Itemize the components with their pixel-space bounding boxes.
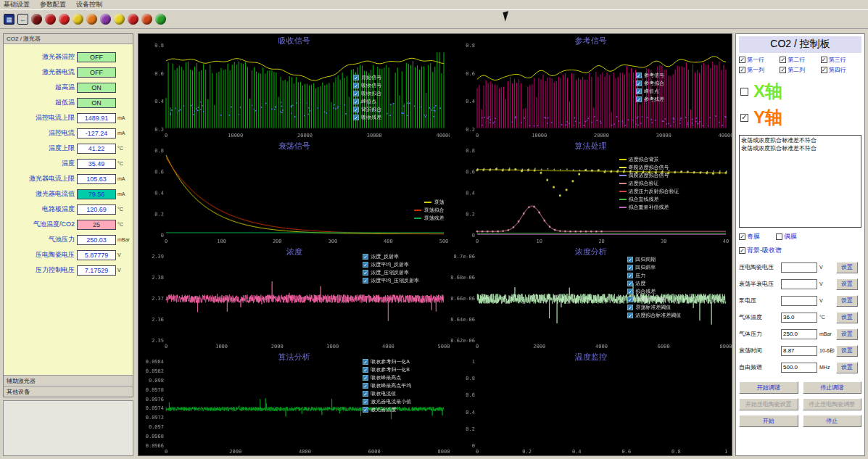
set-button[interactable]: 设置: [836, 295, 858, 307]
legend-checkbox-icon[interactable]: ✓: [627, 297, 633, 302]
legend-checkbox-icon[interactable]: ✓: [363, 375, 368, 381]
red-ball-icon-1[interactable]: [45, 14, 56, 25]
legend-item[interactable]: ✓吸收信号: [353, 82, 381, 89]
field-input[interactable]: [781, 313, 817, 323]
legend-item[interactable]: ✓拟合残差: [627, 288, 681, 295]
legend-checkbox-icon[interactable]: ✓: [636, 88, 642, 94]
start-button[interactable]: 开始: [739, 415, 798, 427]
legend-item[interactable]: ✓峰值点: [353, 98, 381, 105]
legend-item[interactable]: ✓吸收峰最高点: [363, 374, 411, 381]
field-input[interactable]: [781, 363, 817, 373]
set-button[interactable]: 设置: [836, 278, 858, 290]
field-input[interactable]: [781, 329, 817, 339]
legend-checkbox-icon[interactable]: ✓: [636, 80, 642, 86]
legend-item[interactable]: ✓回归斜率: [627, 264, 681, 271]
section-other-devices[interactable]: 其他设备: [4, 386, 133, 397]
legend-checkbox-icon[interactable]: ✓: [363, 254, 368, 260]
legend-item[interactable]: ✓参考残差: [636, 96, 664, 103]
legend-item[interactable]: ✓激光器电流最小值: [363, 398, 411, 405]
legend-checkbox-icon[interactable]: ✓: [363, 399, 368, 405]
legend-checkbox-icon[interactable]: ✓: [353, 75, 359, 80]
legend-checkbox-icon[interactable]: ✓: [636, 96, 642, 102]
menu-basic-settings[interactable]: 基础设置: [4, 0, 30, 9]
legend-item[interactable]: ✓吸收拟合: [353, 90, 381, 97]
menu-device-control[interactable]: 设备控制: [76, 0, 102, 9]
y-axis-checkbox[interactable]: ✓: [740, 114, 748, 122]
set-button[interactable]: 设置: [836, 362, 858, 373]
legend-item[interactable]: 浓度拟合背景: [619, 156, 679, 163]
field-input[interactable]: [781, 346, 817, 356]
legend-checkbox-icon[interactable]: ✓: [353, 107, 359, 112]
grid-line-checkbox[interactable]: ✓第三行: [821, 56, 861, 64]
legend-item[interactable]: 奇膜浓度拟合信号: [619, 164, 679, 171]
legend-item[interactable]: ✓浓度平均_反射率: [363, 261, 419, 268]
grid-line-checkbox[interactable]: ✓第二行: [780, 56, 820, 64]
mode-checkbox[interactable]: ✓背景-吸收谱: [739, 246, 782, 255]
legend-item[interactable]: ✓压力: [627, 272, 681, 279]
legend-checkbox-icon[interactable]: ✓: [627, 265, 633, 270]
x-axis-checkbox[interactable]: [740, 88, 748, 96]
start-tuning-button[interactable]: 开始调谐: [739, 381, 798, 394]
section-auxiliary-laser[interactable]: 辅助激光器: [4, 375, 133, 386]
legend-checkbox-icon[interactable]: ✓: [627, 273, 633, 278]
legend-checkbox-icon[interactable]: ✓: [363, 278, 368, 284]
set-button[interactable]: 设置: [836, 345, 858, 357]
app-grid-icon[interactable]: ▦: [4, 14, 15, 25]
set-button[interactable]: 设置: [836, 328, 858, 340]
legend-item[interactable]: 浓度压力反射拟合验证: [619, 188, 679, 195]
grid-line-checkbox[interactable]: ✓第一行: [739, 56, 780, 64]
back-arrow-icon[interactable]: ←: [17, 14, 28, 25]
grid-line-checkbox[interactable]: ✓第四行: [821, 66, 861, 74]
legend-checkbox-icon[interactable]: ✓: [353, 115, 359, 120]
legend-item[interactable]: ✓吸收残差: [353, 114, 381, 121]
mode-checkbox[interactable]: 偶膜: [776, 232, 797, 241]
legend-item[interactable]: 衰荡: [424, 199, 444, 206]
legend-item[interactable]: ✓吸收参考归一化B: [363, 366, 411, 373]
field-input[interactable]: [781, 262, 817, 273]
legend-item[interactable]: ✓参考信号: [636, 72, 664, 79]
status-message-list[interactable]: 衰荡或浓度拟合标准差不符合衰荡或浓度拟合标准差不符合: [739, 135, 861, 228]
stop-piezo-adjust-button[interactable]: 停止压电陶瓷调整: [803, 398, 862, 410]
mode-checkbox[interactable]: ✓奇膜: [739, 232, 760, 241]
start-piezo-setting-button[interactable]: 开始压电陶瓷设置: [739, 398, 798, 410]
legend-checkbox-icon[interactable]: ✓: [636, 73, 642, 78]
legend-item[interactable]: ✓激光器温度: [363, 406, 411, 413]
legend-item[interactable]: ✓峰值点: [636, 88, 664, 95]
legend-item[interactable]: ✓衰荡标准差阈值: [627, 304, 681, 311]
legend-item[interactable]: ✓参考拟合: [636, 80, 664, 87]
stop-tuning-button[interactable]: 停止调谐: [803, 381, 862, 394]
legend-item[interactable]: ✓浓度_反射率: [363, 253, 419, 260]
legend-item[interactable]: 拟合重量补偿残差: [619, 204, 679, 211]
legend-checkbox-icon[interactable]: ✓: [363, 391, 368, 397]
legend-checkbox-icon[interactable]: ✓: [363, 262, 368, 268]
set-button[interactable]: 设置: [836, 262, 858, 273]
field-input[interactable]: [781, 296, 817, 306]
legend-item[interactable]: ✓浓度平均_压缩反射率: [363, 277, 419, 284]
purple-ball-icon[interactable]: [100, 14, 111, 25]
red-ball-icon-2[interactable]: [59, 14, 70, 25]
legend-item[interactable]: ✓吸收电流值: [363, 390, 411, 397]
legend-checkbox-icon[interactable]: ✓: [627, 289, 633, 294]
field-input[interactable]: [781, 279, 817, 289]
legend-checkbox-icon[interactable]: ✓: [627, 257, 633, 262]
legend-item[interactable]: ✓浓度: [627, 280, 681, 287]
grid-line-checkbox[interactable]: ✓第二列: [780, 66, 820, 74]
legend-item[interactable]: ✓吸收参考归一化A: [363, 358, 411, 365]
legend-item[interactable]: 拟合直线残差: [619, 196, 679, 203]
green-ball-icon[interactable]: [155, 14, 166, 25]
legend-checkbox-icon[interactable]: ✓: [353, 83, 359, 88]
legend-item[interactable]: 浓度拟合验证: [619, 180, 679, 187]
stop-button[interactable]: 停止: [803, 415, 862, 427]
legend-item[interactable]: ✓吸收峰最高点平均: [363, 382, 411, 389]
legend-checkbox-icon[interactable]: ✓: [363, 367, 368, 373]
red-yellow-ball-icon[interactable]: [141, 14, 152, 25]
legend-item[interactable]: ✓原始信号: [353, 74, 381, 81]
grid-line-checkbox[interactable]: ✓第一列: [739, 66, 780, 74]
legend-checkbox-icon[interactable]: ✓: [627, 305, 633, 310]
legend-checkbox-icon[interactable]: ✓: [627, 313, 633, 318]
legend-checkbox-icon[interactable]: ✓: [627, 281, 633, 286]
legend-checkbox-icon[interactable]: ✓: [363, 383, 368, 389]
legend-checkbox-icon[interactable]: ✓: [363, 407, 368, 413]
legend-item[interactable]: 衰荡残差: [414, 215, 444, 222]
legend-item[interactable]: ✓计算时间设置: [627, 296, 681, 303]
